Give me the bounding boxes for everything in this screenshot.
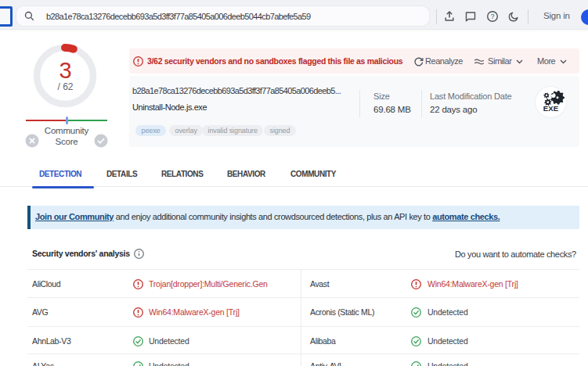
svg-text:?: ?: [491, 13, 495, 20]
